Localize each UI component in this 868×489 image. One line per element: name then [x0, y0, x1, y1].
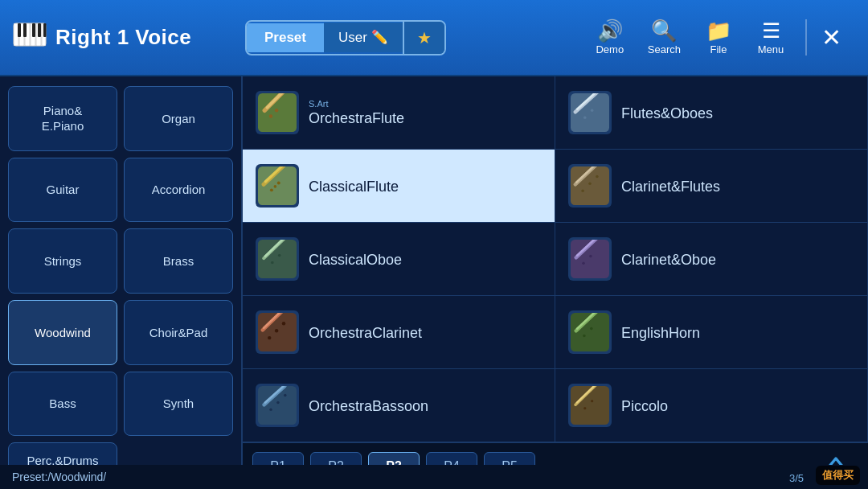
svg-point-60: [284, 394, 287, 397]
voice-info-orchestralflute: S.Art OrchestraFlute: [309, 99, 404, 127]
voice-item-classicalflute[interactable]: ClassicalFlute: [243, 150, 555, 223]
preset-user-toggle: Preset User ✏️ ★: [245, 20, 446, 55]
favorites-button[interactable]: ★: [403, 22, 444, 54]
voice-thumb-classicalflute: [256, 164, 299, 208]
voice-item-orchestralbassoon[interactable]: OrchestraBassoon: [243, 369, 555, 442]
search-button[interactable]: 🔍 Search: [638, 16, 690, 60]
sidebar-item-brass[interactable]: Brass: [124, 228, 233, 294]
svg-point-26: [277, 181, 280, 184]
voice-name-englishhorn: EnglishHorn: [621, 325, 700, 342]
sidebar-item-accordion[interactable]: Accordion: [124, 158, 233, 223]
search-label: Search: [648, 43, 681, 55]
svg-point-31: [581, 189, 584, 192]
sidebar-item-bass[interactable]: Bass: [8, 372, 117, 437]
svg-point-20: [583, 116, 587, 119]
voice-info-englishhorn: EnglishHorn: [621, 323, 700, 342]
voice-name-orchestralclarinet: OrchestraClarinet: [309, 325, 422, 342]
page-number: 3/5: [789, 472, 804, 484]
voice-name-flutesoboes: Flutes&Oboes: [621, 105, 713, 122]
svg-rect-9: [32, 23, 35, 37]
close-button[interactable]: ✕: [805, 19, 856, 55]
demo-button[interactable]: 🔊 Demo: [586, 16, 634, 60]
svg-point-47: [268, 336, 271, 339]
sidebar-item-guitar[interactable]: Guitar: [8, 158, 117, 223]
voice-name-classicaloboe: ClassicalOboe: [309, 252, 402, 269]
voice-name-clarinetoboe: Clarinet&Oboe: [621, 252, 716, 269]
voice-item-piccolo[interactable]: Piccolo: [555, 369, 868, 442]
svg-point-33: [596, 175, 599, 179]
voice-info-orchestralbassoon: OrchestraBassoon: [309, 397, 428, 415]
svg-point-27: [274, 185, 277, 188]
svg-point-65: [591, 400, 593, 402]
svg-point-21: [591, 109, 594, 113]
menu-button[interactable]: ☰ Menu: [747, 16, 795, 60]
svg-point-32: [588, 183, 592, 186]
voice-thumb-classicaloboe: [256, 237, 299, 281]
preset-button[interactable]: Preset: [247, 23, 324, 52]
voice-item-orchestralflute[interactable]: S.Art OrchestraFlute: [243, 76, 555, 150]
voice-item-clarinetoboe[interactable]: Clarinet&Oboe: [555, 223, 868, 296]
voice-info-clarinetflutes: Clarinet&Flutes: [621, 177, 720, 195]
watermark-text: 值得买: [822, 468, 854, 483]
voice-item-orchestralclarinet[interactable]: OrchestraClarinet: [243, 296, 555, 369]
demo-label: Demo: [596, 43, 624, 55]
voice-thumb-orchestralbassoon: [256, 384, 299, 427]
voice-item-englishhorn[interactable]: EnglishHorn: [555, 296, 868, 369]
voice-thumb-englishhorn: [568, 310, 612, 354]
voice-name-orchestralbassoon: OrchestraBassoon: [309, 398, 428, 415]
voice-category-orchestralflute: S.Art: [309, 99, 404, 109]
svg-point-42: [582, 262, 585, 265]
svg-point-59: [276, 401, 280, 405]
svg-point-49: [282, 322, 285, 325]
sidebar-item-organ[interactable]: Organ: [124, 86, 233, 151]
voice-info-piccolo: Piccolo: [621, 397, 668, 415]
voice-name-piccolo: Piccolo: [621, 398, 668, 415]
demo-icon: 🔊: [597, 20, 623, 41]
file-icon: 📁: [706, 20, 731, 41]
svg-rect-7: [18, 23, 21, 37]
svg-point-38: [278, 254, 281, 257]
category-sidebar: Piano&E.Piano Organ Guitar Accordion Str…: [0, 76, 241, 489]
main-content: Piano&E.Piano Organ Guitar Accordion Str…: [0, 76, 868, 489]
voice-info-orchestralclarinet: OrchestraClarinet: [309, 323, 422, 342]
sidebar-item-choir[interactable]: Choir&Pad: [124, 300, 233, 365]
voice-item-clarinetflutes[interactable]: Clarinet&Flutes: [555, 150, 868, 223]
sidebar-item-synth[interactable]: Synth: [124, 372, 233, 437]
voice-grid: S.Art OrchestraFlute Flutes&Obo: [243, 76, 868, 442]
logo-area: Right 1 Voice: [12, 17, 245, 58]
voice-thumb-orchestralflute: [256, 91, 299, 134]
page-title: Right 1 Voice: [55, 25, 191, 50]
user-button[interactable]: User ✏️: [324, 23, 403, 52]
watermark: 值得买: [816, 466, 860, 485]
file-button[interactable]: 📁 File: [694, 16, 743, 60]
svg-point-15: [269, 114, 272, 117]
piano-icon: [12, 17, 47, 58]
search-icon: 🔍: [651, 20, 677, 41]
svg-point-48: [275, 329, 278, 332]
svg-rect-8: [23, 23, 27, 37]
sidebar-item-woodwind[interactable]: Woodwind: [8, 300, 117, 365]
voice-thumb-flutesoboes: [568, 91, 612, 134]
svg-point-58: [269, 409, 272, 412]
voice-item-classicaloboe[interactable]: ClassicalOboe: [243, 223, 555, 296]
preset-path: Preset:/Woodwind/: [12, 471, 106, 483]
voice-thumb-clarinetflutes: [568, 164, 612, 208]
menu-icon: ☰: [762, 20, 780, 41]
voice-thumb-clarinetoboe: [568, 237, 612, 281]
menu-label: Menu: [758, 43, 784, 55]
voice-info-clarinetoboe: Clarinet&Oboe: [621, 250, 716, 269]
voice-thumb-piccolo: [568, 384, 612, 427]
voice-name-clarinetflutes: Clarinet&Flutes: [621, 179, 720, 195]
svg-point-16: [275, 109, 278, 112]
svg-point-64: [583, 407, 586, 409]
sidebar-item-piano[interactable]: Piano&E.Piano: [8, 86, 117, 151]
voice-item-flutesoboes[interactable]: Flutes&Oboes: [555, 76, 868, 150]
voice-info-flutesoboes: Flutes&Oboes: [621, 104, 713, 122]
voice-content-area: S.Art OrchestraFlute Flutes&Obo: [241, 76, 868, 489]
toolbar-controls: 🔊 Demo 🔍 Search 📁 File ☰ Menu ✕: [586, 16, 856, 60]
voice-info-classicaloboe: ClassicalOboe: [309, 250, 402, 269]
svg-rect-11: [43, 23, 47, 37]
svg-point-43: [589, 255, 592, 258]
edit-icon: ✏️: [371, 29, 388, 46]
sidebar-item-strings[interactable]: Strings: [8, 228, 117, 294]
